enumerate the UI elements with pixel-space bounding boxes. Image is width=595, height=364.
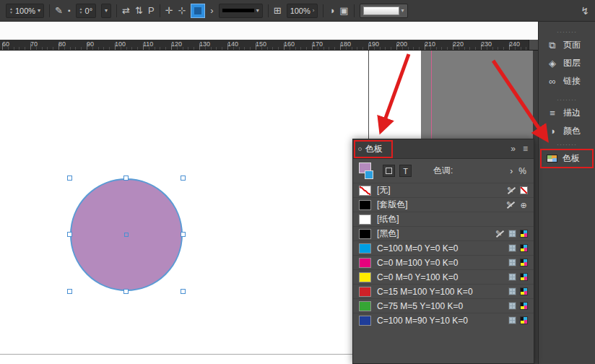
flip-horizontal-icon[interactable]: ⇄ bbox=[122, 5, 130, 16]
rotation-preset-dropdown[interactable]: ▾ bbox=[101, 4, 111, 18]
selected-ellipse-group[interactable] bbox=[70, 178, 183, 291]
tint-label: 色调: bbox=[433, 165, 453, 177]
swatches-panel-tab[interactable]: 色板 bbox=[354, 140, 393, 158]
selection-handle[interactable] bbox=[123, 289, 129, 294]
selection-handle[interactable] bbox=[123, 176, 129, 181]
ruler-label: 180 bbox=[340, 40, 351, 48]
swatch-row-icons bbox=[508, 302, 528, 310]
pencil-icon[interactable]: ✎ bbox=[55, 5, 63, 16]
formatting-affects-container-button[interactable] bbox=[383, 165, 395, 177]
workspace-bolt-icon[interactable]: ↯ bbox=[581, 5, 589, 17]
pen-p-icon[interactable]: P bbox=[148, 5, 155, 16]
collapse-panel-icon[interactable]: » bbox=[511, 144, 516, 154]
selection-handle[interactable] bbox=[181, 232, 186, 237]
swatch-row[interactable]: C=15 M=100 Y=100 K=0 bbox=[353, 284, 534, 298]
panel-group-grip[interactable] bbox=[539, 142, 595, 147]
center-point-marker[interactable] bbox=[124, 233, 129, 237]
fill-stroke-proxy[interactable] bbox=[359, 162, 378, 181]
swatch-name: C=15 M=100 Y=100 K=0 bbox=[377, 287, 473, 297]
swatch-square-icon[interactable]: ▪ bbox=[68, 6, 71, 14]
align-cross-icon[interactable]: ✛ bbox=[165, 5, 173, 16]
panel-group-grip[interactable] bbox=[539, 97, 595, 103]
panel-group-grip[interactable] bbox=[539, 29, 595, 35]
swatch-row[interactable]: C=100 M=0 Y=0 K=0 bbox=[353, 240, 534, 255]
dock-item-layers[interactable]: ◈图层 bbox=[540, 54, 594, 72]
zoom-combo[interactable]: 100% ▾ bbox=[6, 4, 44, 18]
swatch-row-icons bbox=[507, 186, 528, 195]
swatch-row[interactable]: [无] bbox=[353, 183, 534, 197]
shared-chip-icon bbox=[508, 244, 516, 252]
tint-chevron-icon[interactable]: › bbox=[510, 166, 513, 176]
ruler-label: 60 bbox=[2, 40, 9, 48]
ruler-label: 80 bbox=[58, 40, 66, 48]
swatch-row[interactable]: [套版色] bbox=[353, 197, 534, 212]
panel-title: 色板 bbox=[365, 143, 383, 155]
swatch-row-icons bbox=[508, 287, 528, 295]
gradient-circle-icon[interactable]: ◑ bbox=[329, 5, 334, 16]
swatch-row[interactable]: C=100 M=90 Y=10 K=0 bbox=[353, 313, 534, 327]
chevron-down-icon[interactable]: ▾ bbox=[401, 7, 404, 14]
flip-vertical-icon[interactable]: ⇅ bbox=[135, 5, 143, 16]
selection-handle[interactable] bbox=[67, 232, 72, 237]
ruler-label: 130 bbox=[199, 40, 210, 48]
frame-grid-icon[interactable]: ⊞ bbox=[274, 5, 282, 16]
opacity-combo[interactable]: 100% › bbox=[287, 4, 318, 18]
swatches-panel-header: 色板 » ≡ bbox=[353, 139, 534, 159]
swatch-row-icons bbox=[495, 229, 528, 238]
swatch-row[interactable]: C=0 M=100 Y=0 K=0 bbox=[353, 255, 534, 269]
swatches-panel-toolbar: T 色调: › % bbox=[353, 159, 534, 183]
chevron-right-icon[interactable]: › bbox=[313, 7, 315, 14]
rotation-combo[interactable]: 0° bbox=[76, 4, 96, 18]
selection-handle[interactable] bbox=[67, 176, 72, 181]
ruler-label: 150 bbox=[256, 40, 266, 48]
swatch-row[interactable]: [黑色] bbox=[353, 226, 534, 240]
stroke-style-dropdown[interactable]: ▾ bbox=[219, 4, 263, 18]
stroke-preview bbox=[222, 9, 254, 12]
swatch-row-icons bbox=[508, 316, 528, 324]
panel-menu-icon[interactable]: ≡ bbox=[523, 144, 528, 154]
cmyk-chip-icon bbox=[520, 230, 528, 238]
shared-chip-icon bbox=[508, 259, 516, 266]
swatch-name: [无] bbox=[377, 184, 391, 196]
swatch-list: [无][套版色][纸色][黑色]C=100 M=0 Y=0 K=0C=0 M=1… bbox=[353, 183, 534, 327]
dock-item-links[interactable]: ∞链接 bbox=[540, 72, 594, 90]
chevron-down-icon[interactable]: ▾ bbox=[256, 7, 259, 14]
ruler-label: 190 bbox=[368, 40, 379, 48]
gradient-square-icon[interactable]: ▣ bbox=[339, 5, 348, 16]
swatch-row-icons bbox=[508, 273, 528, 281]
stroke-proxy-swatch[interactable] bbox=[365, 170, 373, 179]
opacity-value: 100% bbox=[290, 6, 310, 15]
swatch-row[interactable]: [纸色] bbox=[353, 212, 534, 226]
selection-handle[interactable] bbox=[67, 289, 72, 294]
dock-item-color[interactable]: ◑颜色 bbox=[540, 122, 594, 140]
dock-item-swatches[interactable]: 色板 bbox=[540, 149, 594, 168]
stepper-icon[interactable] bbox=[9, 7, 13, 14]
swatch-color-chip bbox=[359, 200, 371, 210]
dock: ⧉页面◈图层∞链接≡描边◑颜色色板 bbox=[538, 22, 595, 364]
toolbar-divider bbox=[160, 4, 160, 17]
formatting-affects-text-button[interactable]: T bbox=[399, 165, 412, 177]
dock-item-pages[interactable]: ⧉页面 bbox=[540, 36, 594, 54]
fill-color-swatch bbox=[194, 7, 201, 14]
selection-handle[interactable] bbox=[181, 176, 186, 181]
dock-item-label: 颜色 bbox=[563, 125, 581, 137]
stepper-icon[interactable] bbox=[79, 7, 83, 14]
fill-color-button[interactable] bbox=[191, 4, 205, 18]
ruler-label: 220 bbox=[453, 40, 464, 48]
chevron-right-icon[interactable]: › bbox=[210, 5, 213, 16]
chevron-down-icon[interactable]: ▾ bbox=[105, 7, 108, 14]
swatch-row[interactable]: C=0 M=0 Y=100 K=0 bbox=[353, 269, 534, 284]
ruler-label: 200 bbox=[396, 40, 407, 48]
dock-item-stroke[interactable]: ≡描边 bbox=[540, 104, 594, 122]
horizontal-ruler[interactable]: 6070809010011012013014015016017018019020… bbox=[0, 40, 538, 51]
baseline-grid-icon[interactable]: ⊹ bbox=[178, 5, 186, 16]
color-icon: ◑ bbox=[547, 126, 558, 136]
selection-handle[interactable] bbox=[181, 289, 186, 294]
swatch-row[interactable]: C=75 M=5 Y=100 K=0 bbox=[353, 298, 534, 313]
swatch-color-chip bbox=[359, 316, 371, 326]
chevron-down-icon[interactable]: ▾ bbox=[38, 7, 40, 14]
preview-color-dropdown[interactable]: ▾ bbox=[360, 4, 408, 18]
swatch-color-chip bbox=[359, 243, 371, 254]
tint-percent-label: % bbox=[518, 166, 526, 176]
toolbar-divider bbox=[323, 4, 323, 17]
